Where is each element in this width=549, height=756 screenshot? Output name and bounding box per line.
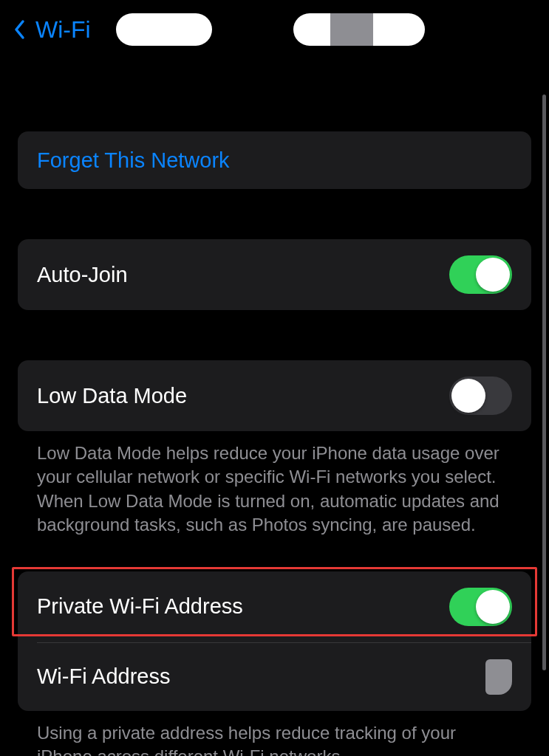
low-data-mode-footer: Low Data Mode helps reduce your iPhone d… xyxy=(18,431,531,537)
forget-network-button[interactable]: Forget This Network xyxy=(18,131,531,189)
private-wifi-address-row: Private Wi-Fi Address xyxy=(18,571,531,642)
wifi-address-row: Wi-Fi Address xyxy=(18,643,531,711)
chevron-left-icon xyxy=(13,19,25,40)
toggle-knob xyxy=(476,590,510,624)
forget-network-label: Forget This Network xyxy=(37,148,230,173)
nav-header: Wi-Fi xyxy=(0,0,549,63)
private-wifi-address-label: Private Wi-Fi Address xyxy=(37,594,243,619)
auto-join-label: Auto-Join xyxy=(37,263,128,287)
auto-join-toggle[interactable] xyxy=(449,255,512,294)
low-data-mode-toggle[interactable] xyxy=(449,377,512,415)
redacted-title xyxy=(116,13,425,46)
toggle-knob xyxy=(476,258,510,292)
private-wifi-address-toggle[interactable] xyxy=(449,588,512,626)
private-address-footer: Using a private address helps reduce tra… xyxy=(18,711,531,756)
address-group: Private Wi-Fi Address Wi-Fi Address xyxy=(18,571,531,711)
auto-join-row: Auto-Join xyxy=(18,239,531,310)
low-data-mode-label: Low Data Mode xyxy=(37,384,187,408)
low-data-mode-row: Low Data Mode xyxy=(18,360,531,431)
wifi-address-label: Wi-Fi Address xyxy=(37,664,170,689)
toggle-knob xyxy=(451,379,485,413)
back-button[interactable] xyxy=(10,16,28,43)
back-label[interactable]: Wi-Fi xyxy=(35,16,91,44)
wifi-address-value-redacted xyxy=(485,659,512,695)
